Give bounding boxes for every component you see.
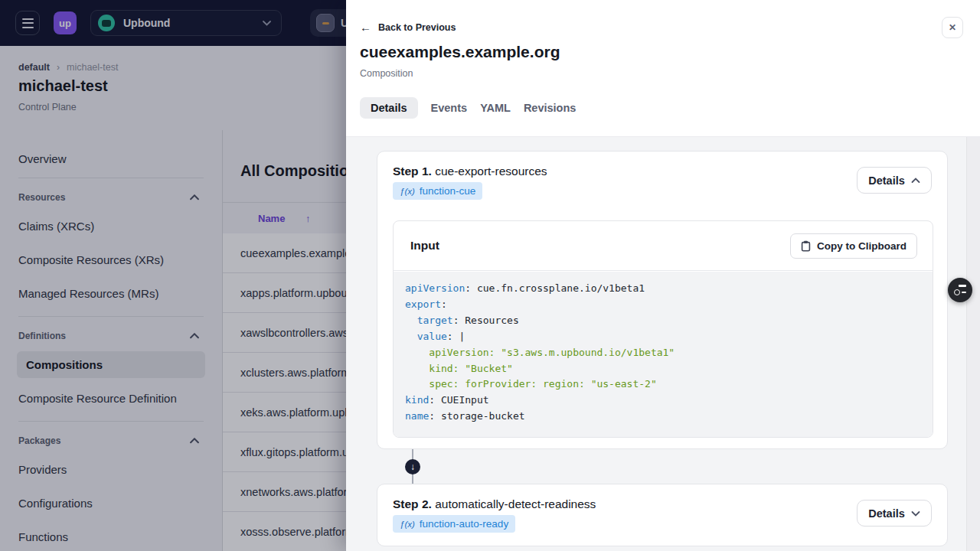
code-line: name: storage-bucket [405,409,933,425]
code-line: value: | [405,329,933,345]
screen: up Upbound U default › michael-test mich… [0,0,980,551]
step-2-details-button[interactable]: Details [857,500,932,527]
pipeline-step-2-card: Step 2. automatically-detect-readiness ƒ… [377,484,948,546]
function-badge: ƒ(x) function-auto-ready [393,515,515,533]
code-line: kind: "Bucket" [405,361,933,377]
pipeline-step-1-card: Step 1. cue-export-resources ƒ(x) functi… [377,151,948,449]
function-badge-label: function-auto-ready [420,518,508,530]
function-icon: ƒ(x) [400,520,415,529]
tab-revisions[interactable]: Revisions [524,97,577,119]
step-connector-arrow-icon: ↓ [405,459,420,474]
vertical-scrollbar[interactable] [966,137,980,551]
input-title: Input [410,239,439,253]
clipboard-icon [801,240,811,252]
panel-tabs: Details Events YAML Revisions [360,97,576,119]
panel-subtitle: Composition [360,68,413,79]
composition-detail-panel: ← Back to Previous cueexamples.example.o… [346,0,980,551]
tab-details[interactable]: Details [360,97,418,119]
code-line: target: Resources [405,313,933,329]
copy-to-clipboard-button[interactable]: Copy to Clipboard [790,233,917,259]
input-code-block: apiVersion: cue.fn.crossplane.io/v1beta1… [394,272,933,437]
step-1-details-button[interactable]: Details [857,167,932,194]
close-button[interactable]: ✕ [942,17,963,38]
function-badge-label: function-cue [420,185,476,197]
chevron-down-icon [911,510,920,517]
function-icon: ƒ(x) [400,187,415,196]
activity-log-button[interactable] [948,278,972,302]
code-line: apiVersion: cue.fn.crossplane.io/v1beta1 [405,281,933,297]
tab-events[interactable]: Events [431,97,468,119]
step-2-heading: Step 2. automatically-detect-readiness [393,497,596,511]
panel-content: Step 1. cue-export-resources ƒ(x) functi… [346,136,980,551]
code-line: spec: forProvider: region: "us-east-2" [405,377,933,393]
back-link-label: Back to Previous [378,22,456,33]
close-icon: ✕ [949,22,956,33]
back-to-previous-link[interactable]: ← Back to Previous [360,21,456,33]
code-line: kind: CUEInput [405,393,933,409]
code-line: apiVersion: "s3.aws.m.upbound.io/v1beta1… [405,345,933,361]
chevron-up-icon [911,178,920,184]
panel-title: cueexamples.example.org [360,43,560,61]
code-line: export: [405,297,933,313]
function-badge: ƒ(x) function-cue [393,182,482,200]
log-lines-icon [954,285,966,287]
back-arrow-icon: ← [360,21,371,33]
tab-yaml[interactable]: YAML [480,97,511,119]
input-header: Input Copy to Clipboard [394,221,933,271]
input-section: Input Copy to Clipboard apiVersion: cue.… [393,220,933,438]
step-1-heading: Step 1. cue-export-resources [393,165,547,178]
